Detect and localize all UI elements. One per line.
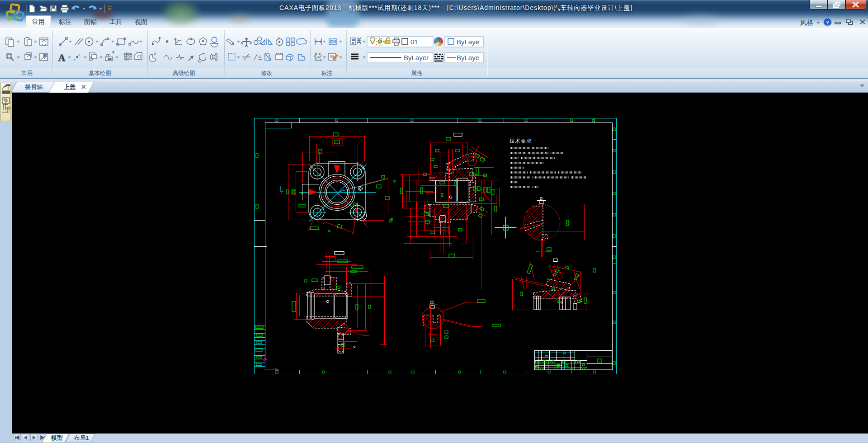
svg-text:01: 01 xyxy=(410,38,418,46)
svg-text:?: ? xyxy=(826,19,829,26)
svg-text:ByLayer: ByLayer xyxy=(404,54,429,61)
svg-text:A: A xyxy=(58,52,66,63)
svg-text:ByLaye: ByLaye xyxy=(457,54,479,61)
svg-text:ByLaye: ByLaye xyxy=(457,38,479,46)
